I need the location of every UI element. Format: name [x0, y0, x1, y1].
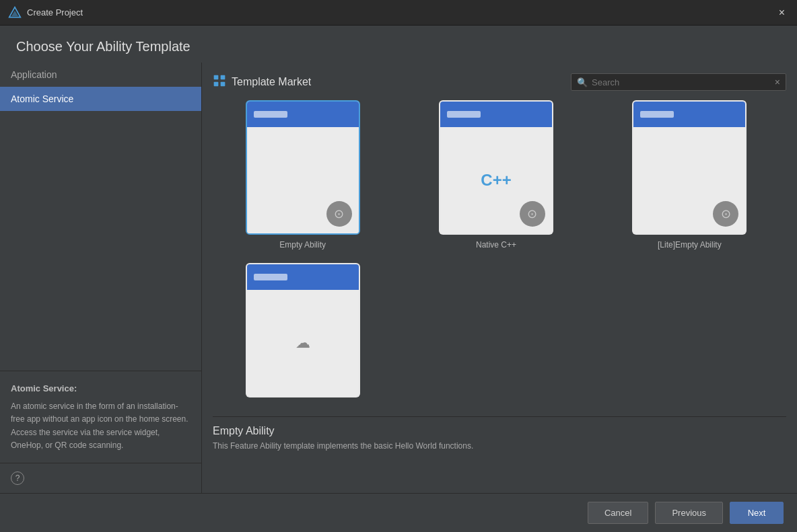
main-content: Choose Your Ability Template Application…	[0, 26, 797, 493]
svg-rect-2	[214, 75, 219, 79]
template-card-empty-ability[interactable]: ⊙ Empty Ability	[213, 100, 392, 250]
selected-template-info: Empty Ability This Feature Ability templ…	[213, 416, 786, 461]
thumb-header-2	[440, 102, 552, 127]
sidebar: Application Atomic Service Atomic Servic…	[0, 63, 202, 493]
template-market-title: Template Market	[213, 74, 311, 91]
sidebar-help: ?	[0, 463, 201, 493]
thumb-body-1: ⊙	[247, 127, 359, 233]
badge-icon-2: ⊙	[527, 206, 537, 221]
search-box: 🔍 ×	[571, 73, 786, 91]
templates-grid: ⊙ Empty Ability C+	[213, 100, 786, 403]
sidebar-item-application[interactable]: Application	[0, 63, 201, 87]
thumb-header-3	[633, 102, 745, 127]
sidebar-description-title: Atomic Service:	[11, 382, 190, 396]
thumb-header-bar-3	[640, 111, 674, 118]
thumb-badge-3: ⊙	[713, 201, 738, 227]
cancel-button[interactable]: Cancel	[588, 502, 648, 524]
sidebar-item-atomic-service[interactable]: Atomic Service	[0, 87, 201, 111]
badge-icon-1: ⊙	[334, 206, 344, 221]
thumb-body-3: ⊙	[633, 127, 745, 233]
right-panel: Template Market 🔍 ×	[202, 63, 797, 493]
template-card-lite-empty-ability[interactable]: ⊙ [Lite]Empty Ability	[600, 100, 779, 250]
template-label-3: [Lite]Empty Ability	[658, 240, 722, 250]
thumb-header-1	[247, 102, 359, 127]
templates-container: ⊙ Empty Ability C+	[213, 100, 786, 493]
selected-template-name: Empty Ability	[213, 425, 786, 437]
sidebar-description: Atomic Service: An atomic service in the…	[0, 371, 201, 463]
template-label-2: Native C++	[476, 240, 516, 250]
page-heading: Choose Your Ability Template	[0, 26, 797, 63]
template-thumbnail-4: ☁	[246, 263, 360, 397]
cloud-icon: ☁	[296, 334, 310, 352]
search-input[interactable]	[592, 77, 771, 87]
help-icon[interactable]: ?	[11, 471, 24, 485]
template-card-4[interactable]: ☁	[213, 263, 392, 403]
template-label-1: Empty Ability	[279, 240, 326, 250]
thumb-body-2: C++ ⊙	[440, 127, 552, 233]
thumb-badge-1: ⊙	[326, 201, 352, 227]
svg-rect-3	[221, 75, 226, 79]
template-market-icon	[213, 74, 226, 91]
thumb-header-4	[247, 264, 359, 290]
selected-template-desc: This Feature Ability template implements…	[213, 441, 786, 451]
badge-icon-3: ⊙	[721, 206, 731, 221]
body-layout: Application Atomic Service Atomic Servic…	[0, 63, 797, 493]
search-icon: 🔍	[577, 77, 588, 87]
title-bar-left: Create Project	[8, 6, 83, 20]
thumb-header-bar-2	[447, 111, 481, 118]
sidebar-items: Application Atomic Service	[0, 63, 201, 371]
svg-rect-5	[221, 81, 226, 86]
template-market-header: Template Market 🔍 ×	[213, 73, 786, 91]
thumb-header-bar-4	[254, 274, 287, 280]
template-thumbnail-empty-ability: ⊙	[246, 100, 360, 235]
thumb-badge-2: ⊙	[520, 201, 545, 227]
bottom-bar: Cancel Previous Next	[0, 493, 797, 532]
template-thumbnail-lite-empty-ability: ⊙	[632, 100, 747, 235]
app-logo	[8, 6, 22, 20]
next-button[interactable]: Next	[730, 502, 784, 524]
search-clear-icon[interactable]: ×	[775, 77, 780, 87]
thumb-header-bar-1	[254, 111, 287, 118]
sidebar-description-text: An atomic service in the form of an inst…	[11, 400, 190, 452]
template-market-label: Template Market	[232, 76, 311, 88]
title-bar: Create Project ×	[0, 0, 797, 26]
close-button[interactable]: ×	[775, 6, 789, 20]
cpp-text: C++	[481, 171, 511, 190]
template-card-native-cpp[interactable]: C++ ⊙ Native C++	[406, 100, 586, 250]
svg-rect-4	[214, 81, 219, 86]
thumb-body-4: ☁	[247, 290, 359, 396]
window-title: Create Project	[27, 7, 83, 17]
template-thumbnail-native-cpp: C++ ⊙	[439, 100, 553, 235]
previous-button[interactable]: Previous	[655, 502, 723, 524]
